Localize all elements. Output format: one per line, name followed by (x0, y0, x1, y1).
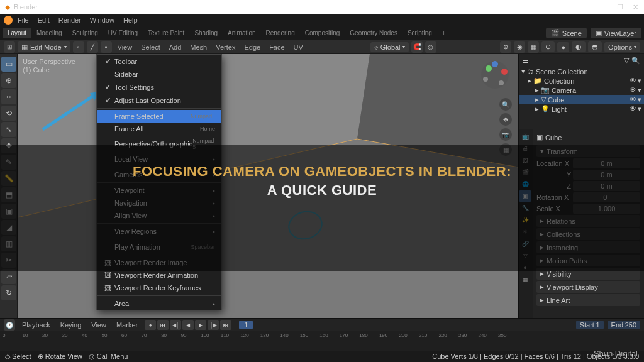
vertex-select-icon[interactable]: ▫ (73, 41, 84, 53)
scene-selector[interactable]: 🎬Scene (546, 28, 587, 38)
tool-bevel[interactable]: ◢ (1, 220, 16, 235)
proptab-particles[interactable]: ✨ (519, 214, 531, 226)
field-rot-x[interactable]: 0° (573, 192, 640, 202)
outliner-filter-icon[interactable]: ▽ (624, 57, 629, 65)
camera-view-icon[interactable]: 📷 (499, 128, 512, 141)
tl-prev-key[interactable]: ◀│ (170, 320, 181, 330)
tab-sculpting[interactable]: Sculpting (67, 28, 103, 38)
tl-menu-view[interactable]: View (88, 320, 109, 330)
outliner-scene-collection[interactable]: ▾🗂Scene Collection (519, 67, 644, 76)
snap-icon[interactable]: 🧲 (411, 41, 423, 53)
tab-layout[interactable]: Layout (3, 28, 31, 38)
menu-help[interactable]: Help (119, 15, 142, 25)
edge-select-icon[interactable]: ╱ (87, 41, 98, 53)
overlay-toggle-icon[interactable]: ◉ (514, 41, 525, 53)
tab-add[interactable]: + (437, 28, 451, 38)
tl-autokey[interactable]: ● (145, 320, 156, 330)
viewport-menu-add[interactable]: Add (166, 42, 185, 52)
field-loc-y[interactable]: 0 m (573, 170, 640, 180)
tab-geonodes[interactable]: Geometry Nodes (345, 28, 402, 38)
options-dropdown[interactable]: Options▾ (604, 42, 640, 52)
tool-rotate[interactable]: ⟲ (1, 106, 16, 121)
view-menu-viewport-render-animation[interactable]: 🖼Viewport Render Animation (97, 269, 221, 282)
timeline-ruler[interactable]: 0102030405060708090100110120130140150160… (0, 331, 644, 351)
tool-measure[interactable]: 📏 (1, 171, 16, 186)
timeline-type-icon[interactable]: 🕐 (4, 319, 15, 331)
proptab-constraints[interactable]: 🔗 (519, 238, 531, 250)
mode-dropdown[interactable]: ▦Edit Mode▾ (18, 41, 70, 52)
frame-start[interactable]: Start 1 (576, 321, 604, 329)
proptab-texture[interactable]: ▦ (519, 274, 531, 285)
outliner-item-light[interactable]: ▸💡Light👁▾ (519, 104, 644, 114)
tab-shading[interactable]: Shading (189, 28, 223, 38)
outliner-item-cube[interactable]: ▸▽Cube👁▾ (519, 95, 644, 104)
view-menu-local-view[interactable]: Local View (97, 153, 221, 165)
persp-ortho-icon[interactable]: ▦ (499, 143, 512, 156)
view-menu-tool-settings[interactable]: ✔Tool Settings (97, 80, 221, 94)
shading-rendered[interactable]: ◓ (588, 41, 602, 52)
proptab-modifiers[interactable]: 🔧 (519, 202, 531, 214)
tool-loopcut[interactable]: ▥ (1, 236, 16, 251)
shading-material[interactable]: ◐ (572, 41, 586, 52)
tab-rendering[interactable]: Rendering (261, 28, 300, 38)
tool-extrude[interactable]: ⬒ (1, 187, 16, 202)
tl-jump-start[interactable]: ⏮ (157, 320, 169, 330)
shading-solid[interactable]: ● (557, 42, 569, 52)
tool-knife[interactable]: ✂ (1, 253, 16, 268)
tab-modeling[interactable]: Modeling (31, 28, 67, 38)
panel-relations[interactable]: ▸Relations (536, 215, 640, 227)
tl-play[interactable]: ▶ (195, 320, 206, 330)
tl-menu-keying[interactable]: Keying (57, 320, 85, 330)
panel-visibility[interactable]: ▸Visibility (536, 268, 640, 280)
tl-next-key[interactable]: │▶ (208, 320, 219, 330)
panel-collections[interactable]: ▸Collections (536, 228, 640, 240)
panel-viewport-display[interactable]: ▸Viewport Display (536, 281, 640, 293)
tool-transform[interactable]: ✥ (1, 138, 16, 153)
outliner-item-camera[interactable]: ▸📷Camera👁▾ (519, 85, 644, 95)
view-menu-align-view[interactable]: Align View (97, 209, 221, 222)
tab-scripting[interactable]: Scripting (402, 28, 437, 38)
outliner-type-icon[interactable]: ☰ (523, 57, 529, 65)
proptab-physics[interactable]: ⚛ (519, 226, 531, 238)
tl-play-rev[interactable]: ◀ (182, 320, 194, 330)
frame-end[interactable]: End 250 (608, 321, 640, 329)
view-menu-viewpoint[interactable]: Viewpoint (97, 184, 221, 197)
tool-select[interactable]: ▭ (1, 57, 16, 72)
navigation-gizmo[interactable] (479, 59, 511, 90)
tab-texpaint[interactable]: Texture Paint (143, 28, 189, 38)
zoom-icon[interactable]: 🔍 (499, 98, 512, 111)
xray-icon[interactable]: ▦ (528, 41, 539, 53)
field-loc-z[interactable]: 0 m (573, 181, 640, 191)
view-menu-viewport-render-image[interactable]: 🖼Viewport Render Image (97, 256, 221, 269)
tool-spin[interactable]: ↻ (1, 285, 16, 300)
tool-scale[interactable]: ⤡ (1, 122, 16, 137)
field-scale-x[interactable]: 1.000 (573, 204, 640, 214)
view-menu-play-animation[interactable]: Play AnimationSpacebar (97, 241, 221, 253)
tool-poly[interactable]: ▱ (1, 269, 16, 284)
panel-transform[interactable]: ▾Transform (536, 145, 640, 157)
tool-inset[interactable]: ▣ (1, 204, 16, 219)
menu-file[interactable]: File (14, 15, 33, 25)
view-menu-navigation[interactable]: Navigation (97, 197, 221, 209)
close-button[interactable]: ✕ (631, 3, 639, 11)
view-menu-frame-all[interactable]: Frame AllHome (97, 123, 221, 135)
proptab-viewlayer[interactable]: 🖼 (519, 155, 531, 166)
viewport-menu-view[interactable]: View (114, 42, 136, 52)
panel-motion-paths[interactable]: ▸Motion Paths (536, 255, 640, 266)
tool-cursor[interactable]: ⊕ (1, 73, 16, 88)
proptab-output[interactable]: 🖨 (519, 143, 531, 154)
editor-type-icon[interactable]: ⊞ (4, 41, 15, 53)
viewport-menu-face[interactable]: Face (266, 42, 287, 52)
tool-annotate[interactable]: ✎ (1, 155, 16, 170)
view-menu-frame-selected[interactable]: Frame SelectedNumpad . (97, 110, 221, 123)
view-menu-perspective-orthographic[interactable]: Perspective/OrthographicNumpad 5 (97, 135, 221, 153)
proptab-scene[interactable]: 🎬 (519, 167, 531, 178)
field-loc-x[interactable]: 0 m (573, 158, 640, 168)
current-frame[interactable]: 1 (239, 321, 253, 329)
proptab-material[interactable]: ● (519, 262, 531, 273)
menu-render[interactable]: Render (55, 15, 85, 25)
tl-jump-end[interactable]: ⏭ (220, 320, 231, 330)
view-menu-area[interactable]: Area (97, 297, 221, 310)
face-select-icon[interactable]: ▪ (101, 41, 112, 53)
maximize-button[interactable]: ☐ (616, 3, 624, 11)
